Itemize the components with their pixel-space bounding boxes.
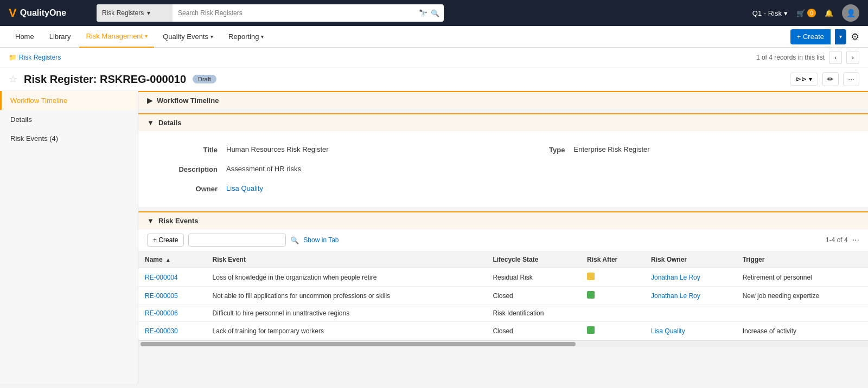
sidebar-item-details[interactable]: Details <box>0 110 138 129</box>
risk-event-link[interactable]: RE-000004 <box>145 274 178 281</box>
chevron-right-icon: ▶ <box>147 96 152 105</box>
details-left: Title Human Resources Risk Register Desc… <box>156 140 503 198</box>
risk-owner-link[interactable]: Jonathan Le Roy <box>651 292 700 300</box>
sidebar-item-label: Workflow Timeline <box>10 96 67 105</box>
record-navigation: 1 of 4 records in this list ‹ › <box>756 51 859 64</box>
search-input[interactable] <box>173 4 414 22</box>
bell-icon: 🔔 <box>825 9 833 17</box>
col-risk-after[interactable]: Risk After <box>580 251 644 268</box>
owner-value[interactable]: Lisa Quality <box>226 184 263 192</box>
nav-item-library[interactable]: Library <box>43 26 78 48</box>
nav-right: Q1 - Risk ▾ 🛒 0 🔔 👤 <box>752 4 859 22</box>
risk-owner-link[interactable]: Lisa Quality <box>651 327 685 335</box>
nav-item-home[interactable]: Home <box>9 26 41 48</box>
description-label: Description <box>156 165 226 173</box>
next-record-button[interactable]: › <box>846 51 859 64</box>
risk-owner-link[interactable]: Jonathan Le Roy <box>651 274 700 281</box>
col-trigger[interactable]: Trigger <box>736 251 868 268</box>
table-row: RE-000005Not able to fill applications f… <box>138 287 868 305</box>
cart-badge: 0 <box>807 9 816 17</box>
risk-event-link[interactable]: RE-000005 <box>145 292 178 300</box>
nav-action-buttons: + Create ▾ ⚙ <box>790 29 859 44</box>
risk-color-indicator <box>587 326 595 334</box>
workflow-button[interactable]: ⊳⊳ ▾ <box>790 73 818 86</box>
risk-event-link[interactable]: RE-000006 <box>145 309 178 317</box>
chevron-down-icon: ▼ <box>147 119 154 127</box>
chevron-down-icon: ▾ <box>210 34 213 40</box>
risk-events-label: Risk Events <box>158 217 199 225</box>
logo: V QualityOne <box>9 6 90 20</box>
description-field: Description Assessment of HR risks <box>156 159 503 179</box>
second-navigation: Home Library Risk Management ▾ Quality E… <box>0 26 868 48</box>
details-section: ▼ Details Title Human Resources Risk Reg… <box>138 113 868 207</box>
title-bar: ☆ Risk Register: RSKREG-000010 Draft ⊳⊳ … <box>0 68 868 91</box>
col-lifecycle-state[interactable]: Lifecycle State <box>486 251 580 268</box>
scrollbar-thumb <box>141 342 576 346</box>
avatar[interactable]: 👤 <box>842 4 859 22</box>
breadcrumb[interactable]: 📁 Risk Registers <box>9 54 61 61</box>
title-field: Title Human Resources Risk Register <box>156 140 503 159</box>
previous-record-button[interactable]: ‹ <box>829 51 842 64</box>
cell-lifecycle-state: Closed <box>486 287 580 305</box>
cell-risk-event: Difficult to hire personnel in unattract… <box>206 305 487 322</box>
settings-button[interactable]: ⚙ <box>851 31 859 43</box>
cell-trigger: New job needing expertize <box>736 287 868 305</box>
cell-trigger: Increase of activity <box>736 322 868 340</box>
table-count: 1-4 of 4 <box>826 236 848 244</box>
search-type-select[interactable]: Risk Registers ▾ <box>97 4 173 22</box>
title-value: Human Resources Risk Register <box>226 145 329 153</box>
nav-item-reporting[interactable]: Reporting ▾ <box>222 26 270 48</box>
user-context-label: Q1 - Risk <box>752 9 782 17</box>
notifications-button[interactable]: 🔔 <box>825 9 833 17</box>
favorite-button[interactable]: ☆ <box>9 73 17 85</box>
breadcrumb-label: Risk Registers <box>19 54 61 61</box>
table-header-row: Name ▲ Risk Event Lifecycle State Risk A… <box>138 251 868 268</box>
status-badge: Draft <box>193 75 216 83</box>
sidebar-item-risk-events[interactable]: Risk Events (4) <box>0 129 138 148</box>
cell-lifecycle-state: Risk Identification <box>486 305 580 322</box>
edit-button[interactable]: ✏ <box>822 72 839 86</box>
cell-risk-owner: Lisa Quality <box>644 322 736 340</box>
cell-name: RE-000005 <box>138 287 206 305</box>
col-risk-event[interactable]: Risk Event <box>206 251 487 268</box>
cell-risk-after <box>580 305 644 322</box>
sidebar-item-workflow-timeline[interactable]: Workflow Timeline <box>0 91 138 110</box>
top-navigation: V QualityOne Risk Registers ▾ 🔭 🔍 Q1 - R… <box>0 0 868 26</box>
create-button[interactable]: + Create <box>790 29 831 44</box>
table-row: RE-000006Difficult to hire personnel in … <box>138 305 868 322</box>
create-risk-event-button[interactable]: + Create <box>147 234 184 247</box>
type-label: Type <box>503 145 574 154</box>
folder-icon: 📁 <box>9 54 17 61</box>
title-label: Title <box>156 145 226 154</box>
col-risk-owner[interactable]: Risk Owner <box>644 251 736 268</box>
risk-events-header[interactable]: ▼ Risk Events <box>138 211 868 229</box>
show-in-tab-link[interactable]: Show in Tab <box>303 236 339 244</box>
risk-events-search-input[interactable] <box>188 234 286 247</box>
col-name[interactable]: Name ▲ <box>138 251 206 268</box>
main-content: Workflow Timeline Details Risk Events (4… <box>0 91 868 384</box>
cell-name: RE-000004 <box>138 268 206 287</box>
create-dropdown-button[interactable]: ▾ <box>835 29 846 44</box>
workflow-timeline-header[interactable]: ▶ Workflow Timeline <box>138 91 868 109</box>
sidebar-item-label: Risk Events (4) <box>10 134 58 143</box>
avatar-icon: 👤 <box>846 9 856 17</box>
details-header[interactable]: ▼ Details <box>138 113 868 131</box>
user-context[interactable]: Q1 - Risk ▾ <box>752 9 788 17</box>
risk-events-section: ▼ Risk Events + Create 🔍 Show in Tab 1-4… <box>138 211 868 347</box>
cell-risk-after <box>580 322 644 340</box>
workflow-timeline-section: ▶ Workflow Timeline <box>138 91 868 109</box>
search-type-label: Risk Registers <box>102 9 144 17</box>
nav-item-quality-events[interactable]: Quality Events ▾ <box>156 26 220 48</box>
table-more-options[interactable]: ··· <box>852 235 859 245</box>
workflow-timeline-label: Workflow Timeline <box>157 96 219 105</box>
cart-button[interactable]: 🛒 0 <box>796 9 816 17</box>
logo-v-icon: V <box>9 6 17 20</box>
more-actions-button[interactable]: ··· <box>843 72 859 86</box>
details-grid: Title Human Resources Risk Register Desc… <box>156 140 851 198</box>
search-icon: 🔍 <box>290 236 299 244</box>
table-row: RE-000030Lack of training for temporrary… <box>138 322 868 340</box>
nav-item-risk-management[interactable]: Risk Management ▾ <box>79 26 154 48</box>
risk-event-link[interactable]: RE-000030 <box>145 327 178 335</box>
horizontal-scrollbar[interactable] <box>138 340 868 347</box>
search-bar: Risk Registers ▾ 🔭 🔍 <box>97 4 444 22</box>
